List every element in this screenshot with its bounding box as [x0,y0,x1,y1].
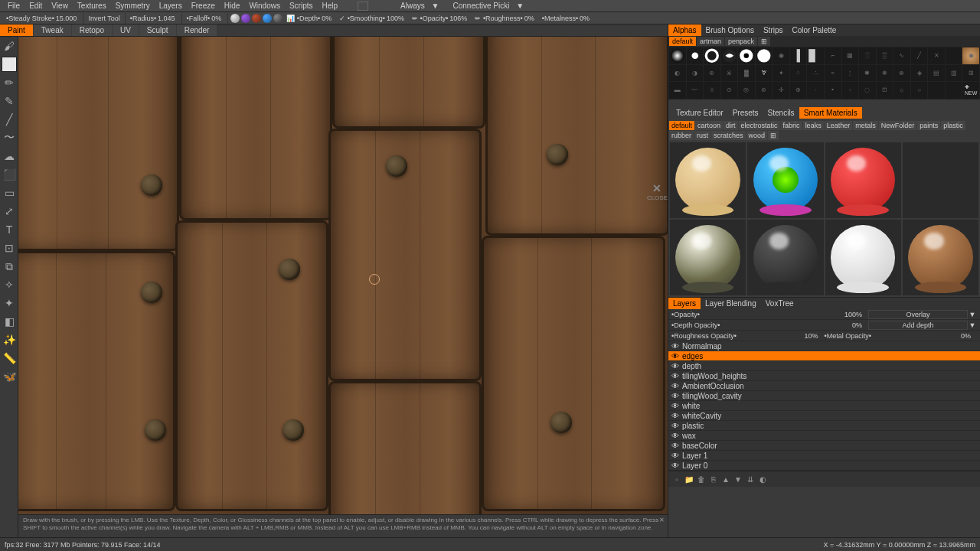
tab-tweak[interactable]: Tweak [34,24,71,36]
eye-icon[interactable]: 👁 [671,422,682,430]
tab-color-palette[interactable]: Color Palette [788,24,841,36]
tab-stencils[interactable]: Stencils [763,107,799,119]
alpha-brush-r2-1[interactable]: ◐ [669,65,686,82]
alpha-brush-scratch[interactable]: ∿ [893,47,910,64]
cat-scratches[interactable]: scratches [711,131,746,140]
tab-render[interactable]: Render [177,24,217,36]
falloff-control[interactable]: •Falloff•0% [184,15,227,22]
alpha-brush-donut[interactable] [738,47,755,64]
material-white[interactable] [825,220,901,295]
subtab-penpack[interactable]: penpack [725,37,757,46]
opacity-control[interactable]: ✏ •Opacity•106% [409,15,472,22]
alpha-brush-r3-17[interactable] [946,82,962,99]
layer-tilingwood-heights[interactable]: 👁tilingWood_heights [668,371,980,381]
menu-edit[interactable]: Edit [24,2,47,10]
rect-tool-icon[interactable]: ▭ [0,184,18,202]
alpha-brush-wave[interactable]: 〰 [687,82,704,99]
tab-paint[interactable]: Paint [0,24,33,36]
alpha-brush-chevron[interactable]: ⩔ [756,65,773,82]
eye-icon[interactable]: 👁 [671,382,682,390]
viewport[interactable]: ✕ CLOSE [18,37,668,514]
fill-tool-icon[interactable]: ⬛ [0,165,18,184]
metalness-control[interactable]: •Metalness•0% [539,15,594,22]
subtab-default[interactable]: default [669,37,696,46]
cat-fabric[interactable]: fabric [781,121,802,130]
alpha-brush-r3-9[interactable]: · [807,82,824,99]
cat-paints[interactable]: paints [917,121,940,130]
layer-plastic[interactable]: 👁plastic [668,421,980,431]
menu-help[interactable]: Help [318,2,343,10]
layer-merge-icon[interactable]: ⇊ [745,474,756,484]
tab-smart-materials[interactable]: Smart Materials [799,107,862,119]
depth-mode-dropdown[interactable]: Add depth [868,321,968,330]
layer-delete-icon[interactable]: 🗑 [696,474,707,484]
dropdown-connective[interactable]: Connective Picki ▼ [443,2,528,10]
eye-icon[interactable]: 👁 [671,342,682,350]
layer-basecolor[interactable]: 👁baseColor [668,441,980,451]
ball-gray-icon[interactable] [273,14,283,23]
cat-plastic[interactable]: plastic [941,121,965,130]
crop-tool-icon[interactable]: ⊡ [0,239,18,257]
alpha-brush-r2-11[interactable]: ⋮ [842,65,859,82]
material-bronze[interactable] [903,220,978,295]
menu-symmetry[interactable]: Symmetry [111,2,155,10]
eraser-tool-icon[interactable]: ◧ [0,312,18,331]
menu-view[interactable]: View [47,2,73,10]
hint-close-icon[interactable]: ✕ [659,517,665,524]
eye-icon[interactable]: 👁 [671,452,682,460]
close-overlay[interactable]: ✕ CLOSE [647,182,668,201]
cat-rust[interactable]: rust [694,131,710,140]
alpha-brush-r2-3[interactable]: ⊛ [704,65,720,82]
alpha-brush-r2-13[interactable]: ❋ [877,65,893,82]
eye-icon[interactable]: 👁 [671,432,682,440]
alpha-brush-r2-12[interactable]: ✱ [859,65,876,82]
eye-icon[interactable]: 👁 [671,352,682,360]
alpha-brush-corner[interactable]: ⌐ [825,47,841,64]
chevron-down-icon[interactable]: ▼ [968,311,977,318]
material-empty1[interactable] [903,142,978,218]
eye-icon[interactable]: 👁 [671,402,682,410]
alpha-brush-r2-17[interactable]: ▥ [946,65,962,82]
steady-stroke[interactable]: •Steady Stroke•15.000 [3,15,81,22]
tab-uv[interactable]: UV [113,24,139,36]
pencil-tool-icon[interactable]: ✏ [0,73,18,92]
alpha-brush-r2-5[interactable]: ▓ [738,65,755,82]
alpha-brush-edge[interactable] [807,47,824,64]
text-tool-icon[interactable]: T [0,220,18,239]
menu-hide[interactable]: Hide [220,2,245,10]
alpha-brush-r2-14[interactable]: ⊗ [893,65,910,82]
layer-0[interactable]: 👁Layer 0 [668,461,980,471]
layer-up-icon[interactable]: ▲ [720,474,731,484]
ball-purple-icon[interactable] [241,14,250,23]
checkbox-icon[interactable] [358,2,368,11]
layer-1[interactable]: 👁Layer 1 [668,451,980,461]
cat-leaks[interactable]: leaks [803,121,824,130]
roughness-control[interactable]: ✏ •Roughness•0% [472,15,538,22]
eye-icon[interactable]: 👁 [671,442,682,450]
alpha-brush-r3-14[interactable]: ☼ [893,82,910,99]
ball-brown-icon[interactable] [252,14,261,23]
alpha-brush-r3-1[interactable]: ▬ [669,82,686,99]
layer-wax[interactable]: 👁wax [668,431,980,441]
alpha-brush-r3-3[interactable]: ◊ [704,82,720,99]
close-x-icon[interactable]: ✕ [647,182,668,194]
cat-cartoon[interactable]: cartoon [695,121,723,130]
alpha-brush-r2-4[interactable]: ※ [721,65,738,82]
tab-strips[interactable]: Strips [759,24,788,36]
smudge-tool-icon[interactable]: ☁ [0,147,18,165]
material-chrome[interactable] [670,220,746,295]
layer-folder-icon[interactable]: 📁 [684,474,694,484]
color-swatch[interactable] [2,57,17,72]
cat-default[interactable]: default [669,121,694,130]
layer-white[interactable]: 👁white [668,401,980,411]
tab-texture-editor[interactable]: Texture Editor [671,107,728,119]
layer-new-icon[interactable]: ▫ [671,474,682,484]
eye-icon[interactable]: 👁 [671,362,682,370]
alpha-brush-r3-4[interactable]: ⊙ [721,82,738,99]
menu-layers[interactable]: Layers [155,2,187,10]
alpha-brush-stroke[interactable]: ╱ [911,47,928,64]
alpha-brush-noise1[interactable]: ░ [859,47,876,64]
material-blue[interactable] [747,142,823,218]
layer-down-icon[interactable]: ▼ [733,474,743,484]
material-red[interactable] [825,142,901,218]
